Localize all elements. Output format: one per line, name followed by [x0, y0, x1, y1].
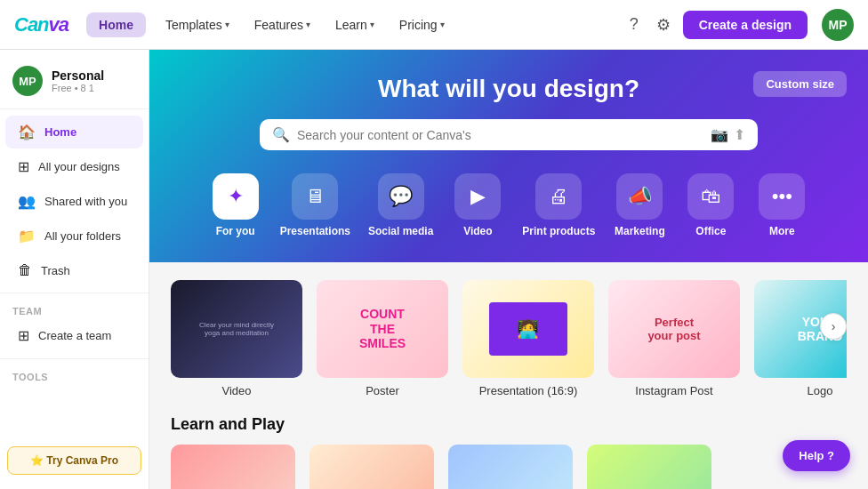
learn-card-3[interactable]	[448, 445, 573, 489]
office-icon-wrap: 🛍	[687, 173, 734, 220]
help-icon-btn[interactable]: ?	[624, 10, 644, 39]
for-you-label: For you	[216, 225, 255, 237]
sidebar-item-all-designs[interactable]: ⊞ All your designs	[5, 150, 143, 183]
question-icon: ?	[630, 15, 639, 34]
presentations-icon: 🖥	[305, 185, 325, 208]
sidebar-divider-1	[0, 108, 149, 109]
tools-section-label: Tools	[0, 365, 149, 384]
card-video-label: Video	[171, 384, 302, 397]
card-video[interactable]: Clear your mind directlyyoga and meditat…	[171, 280, 302, 397]
card-thumb-video: Clear your mind directlyyoga and meditat…	[171, 280, 302, 378]
learn-card-4[interactable]	[587, 445, 711, 489]
card-instagram-label: Instagram Post	[608, 384, 740, 397]
category-for-you[interactable]: ✦ For you	[204, 170, 268, 241]
sidebar-item-shared-label: Shared with you	[44, 195, 127, 208]
more-icon: •••	[772, 185, 792, 208]
category-marketing[interactable]: 📣 Marketing	[607, 170, 671, 241]
sidebar-divider-3	[0, 358, 149, 359]
card-presentation[interactable]: 🧑‍💻 Presentation (16:9)	[462, 280, 594, 397]
sidebar-item-home[interactable]: 🏠 Home	[5, 116, 143, 148]
category-video[interactable]: ▶ Video	[446, 170, 510, 241]
video-thumb-content: Clear your mind directlyyoga and meditat…	[194, 316, 279, 342]
grid-icon: ⊞	[18, 158, 29, 175]
sidebar-divider-2	[0, 293, 149, 293]
sidebar-item-trash[interactable]: 🗑 Trash	[5, 254, 143, 286]
sidebar-item-team-label: Create a team	[38, 329, 111, 342]
office-icon: 🛍	[701, 185, 720, 208]
features-chevron-icon: ▾	[306, 20, 310, 29]
card-thumb-presentation: 🧑‍💻	[462, 280, 594, 378]
nav-pricing[interactable]: Pricing ▾	[390, 12, 454, 37]
sidebar-item-shared[interactable]: 👥 Shared with you	[5, 185, 143, 218]
video-icon: ▶	[470, 185, 486, 208]
upload-icon[interactable]: ⬆	[734, 126, 745, 143]
nav-learn[interactable]: Learn ▾	[326, 12, 383, 37]
sidebar-profile[interactable]: MP Personal Free • 8 1	[0, 57, 149, 103]
design-cards-row: Clear your mind directlyyoga and meditat…	[171, 280, 847, 397]
logo-text: Canva	[14, 13, 68, 36]
cards-next-arrow[interactable]: ›	[820, 313, 847, 340]
learn-card-1[interactable]	[171, 445, 295, 489]
card-poster[interactable]: COUNTTHESMILES Poster	[317, 280, 448, 397]
help-button[interactable]: Help ?	[783, 440, 850, 471]
sidebar-item-folders-label: All your folders	[44, 229, 121, 243]
camera-icon[interactable]: 📷	[711, 126, 728, 143]
main-layout: MP Personal Free • 8 1 🏠 Home ⊞ All your…	[0, 50, 868, 489]
categories-row: ✦ For you 🖥 Presentations 💬 Social media	[185, 170, 832, 241]
pricing-chevron-icon: ▾	[440, 20, 445, 29]
marketing-icon-wrap: 📣	[616, 173, 663, 220]
marketing-icon: 📣	[628, 185, 652, 208]
more-label: More	[769, 225, 795, 237]
custom-size-button[interactable]: Custom size	[753, 71, 847, 97]
instagram-thumb-content: Perfectyour post	[647, 316, 700, 342]
learn-section: Learn and Play	[149, 406, 868, 489]
sidebar-item-create-team[interactable]: ⊞ Create a team	[5, 319, 143, 352]
presentations-icon-wrap: 🖥	[292, 173, 338, 220]
team-section-label: Team	[0, 299, 149, 318]
sidebar-item-folders[interactable]: 📁 All your folders	[5, 220, 143, 253]
create-design-button[interactable]: Create a design	[683, 11, 808, 39]
category-social-media[interactable]: 💬 Social media	[363, 170, 438, 241]
card-poster-label: Poster	[317, 384, 448, 397]
learn-cards-row	[171, 445, 847, 489]
social-media-icon-wrap: 💬	[378, 173, 424, 220]
home-icon: 🏠	[18, 124, 36, 140]
sidebar-profile-info: Personal Free • 8 1	[52, 68, 104, 93]
category-office[interactable]: 🛍 Office	[679, 170, 743, 241]
video-label: Video	[463, 225, 492, 237]
for-you-icon-wrap: ✦	[213, 173, 259, 220]
card-instagram[interactable]: Perfectyour post Instagram Post	[608, 280, 740, 397]
search-input[interactable]	[297, 128, 703, 142]
search-bar: 🔍 📷 ⬆	[260, 119, 758, 150]
office-label: Office	[695, 225, 726, 237]
top-navigation: Canva Home Templates ▾ Features ▾ Learn …	[0, 0, 868, 50]
category-more[interactable]: ••• More	[750, 170, 814, 241]
user-avatar[interactable]: MP	[822, 9, 854, 41]
poster-thumb-content: COUNTTHESMILES	[359, 307, 406, 351]
settings-icon-btn[interactable]: ⚙	[651, 10, 676, 40]
print-icon-wrap: 🖨	[535, 173, 582, 220]
sidebar-username: Personal	[52, 68, 104, 83]
nav-features[interactable]: Features ▾	[245, 12, 319, 37]
create-team-icon: ⊞	[18, 327, 29, 344]
learn-card-2[interactable]	[309, 445, 434, 489]
try-pro-button[interactable]: ⭐ Try Canva Pro	[7, 446, 141, 475]
sidebar-bottom: ⭐ Try Canva Pro	[0, 439, 149, 482]
gear-icon: ⚙	[656, 15, 671, 35]
hero-title: What will you design?	[185, 75, 832, 103]
templates-chevron-icon: ▾	[225, 20, 229, 29]
card-thumb-instagram: Perfectyour post	[608, 280, 740, 378]
trash-icon: 🗑	[18, 262, 32, 278]
nav-templates[interactable]: Templates ▾	[157, 12, 238, 37]
main-content: What will you design? Custom size 🔍 📷 ⬆ …	[149, 50, 868, 489]
category-print-products[interactable]: 🖨 Print products	[517, 170, 600, 241]
print-icon: 🖨	[549, 185, 568, 208]
nav-home-button[interactable]: Home	[86, 12, 146, 37]
design-cards-section: Clear your mind directlyyoga and meditat…	[149, 262, 868, 406]
hero-section: What will you design? Custom size 🔍 📷 ⬆ …	[149, 50, 868, 262]
sidebar-item-home-label: Home	[44, 125, 76, 139]
card-presentation-label: Presentation (16:9)	[462, 384, 594, 397]
folder-icon: 📁	[18, 228, 36, 244]
category-presentations[interactable]: 🖥 Presentations	[275, 170, 356, 241]
canva-logo[interactable]: Canva	[14, 13, 68, 36]
